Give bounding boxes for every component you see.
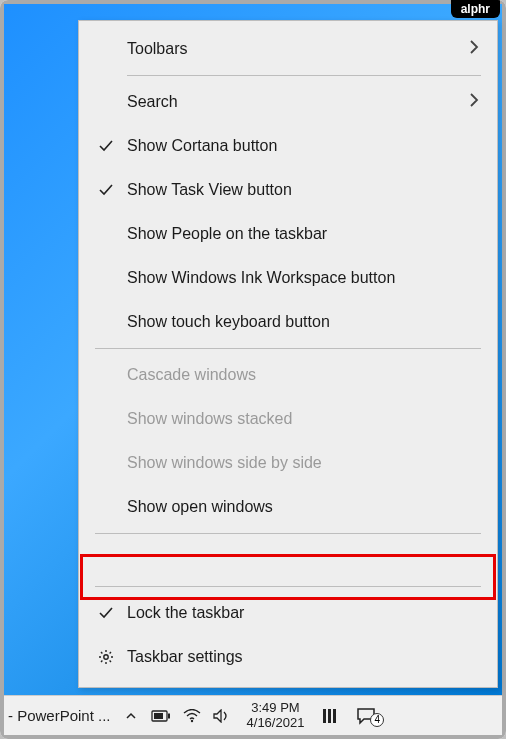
svg-point-4 bbox=[190, 719, 192, 721]
menu-item-lock-taskbar[interactable]: Lock the taskbar bbox=[79, 591, 497, 635]
svg-rect-2 bbox=[168, 713, 170, 718]
screenshot-frame: alphr Toolbars Search Show Cortana butto… bbox=[0, 0, 506, 739]
action-center-icon[interactable]: 4 bbox=[346, 707, 386, 725]
menu-label: Toolbars bbox=[121, 40, 469, 58]
menu-label: Show open windows bbox=[121, 498, 479, 516]
svg-rect-6 bbox=[328, 709, 331, 723]
menu-label: Show windows side by side bbox=[121, 454, 479, 472]
taskbar-clock[interactable]: 3:49 PM 4/16/2021 bbox=[239, 701, 313, 731]
svg-rect-3 bbox=[154, 713, 163, 719]
menu-item-toolbars[interactable]: Toolbars bbox=[79, 27, 497, 71]
taskbar-app-powerpoint[interactable]: - PowerPoint ... bbox=[4, 696, 115, 735]
menu-label: Show windows stacked bbox=[121, 410, 479, 428]
separator bbox=[95, 586, 481, 587]
clock-time: 3:49 PM bbox=[247, 701, 305, 716]
gear-icon bbox=[91, 649, 121, 665]
notification-count-badge: 4 bbox=[370, 713, 384, 727]
menu-item-show-open-windows[interactable]: Show open windows bbox=[79, 485, 497, 529]
chevron-right-icon bbox=[469, 92, 479, 112]
svg-rect-7 bbox=[333, 709, 336, 723]
svg-point-0 bbox=[104, 655, 108, 659]
menu-item-show-cortana[interactable]: Show Cortana button bbox=[79, 124, 497, 168]
menu-label: Show Windows Ink Workspace button bbox=[121, 269, 479, 287]
menu-item-show-touch-keyboard[interactable]: Show touch keyboard button bbox=[79, 300, 497, 344]
menu-item-show-people[interactable]: Show People on the taskbar bbox=[79, 212, 497, 256]
menu-label: Show touch keyboard button bbox=[121, 313, 479, 331]
separator bbox=[127, 75, 481, 76]
menu-item-taskbar-settings[interactable]: Taskbar settings bbox=[79, 635, 497, 679]
menu-label: Show Task View button bbox=[121, 181, 479, 199]
checkmark-icon bbox=[91, 605, 121, 621]
wifi-icon[interactable] bbox=[183, 709, 201, 723]
alphr-badge: alphr bbox=[451, 0, 500, 18]
clock-date: 4/16/2021 bbox=[247, 716, 305, 731]
menu-label: Taskbar settings bbox=[121, 648, 479, 666]
menu-item-stacked: Show windows stacked bbox=[79, 397, 497, 441]
taskbar-context-menu: Toolbars Search Show Cortana button Show… bbox=[78, 20, 498, 688]
tray-show-hidden-icon[interactable] bbox=[119, 710, 143, 722]
taskbar[interactable]: - PowerPoint ... 3:49 PM 4/16/2021 4 bbox=[4, 695, 502, 735]
separator bbox=[95, 533, 481, 534]
volume-icon[interactable] bbox=[213, 709, 231, 723]
menu-item-search[interactable]: Search bbox=[79, 80, 497, 124]
checkmark-icon bbox=[91, 138, 121, 154]
menu-item-show-taskview[interactable]: Show Task View button bbox=[79, 168, 497, 212]
app-icon[interactable] bbox=[312, 707, 346, 725]
menu-label: Cascade windows bbox=[121, 366, 479, 384]
separator bbox=[95, 348, 481, 349]
menu-label: Show Cortana button bbox=[121, 137, 479, 155]
system-tray bbox=[143, 709, 239, 723]
menu-label: Show People on the taskbar bbox=[121, 225, 479, 243]
menu-item-show-ink[interactable]: Show Windows Ink Workspace button bbox=[79, 256, 497, 300]
battery-icon[interactable] bbox=[151, 710, 171, 722]
menu-item-cascade: Cascade windows bbox=[79, 353, 497, 397]
menu-label: Search bbox=[121, 93, 469, 111]
checkmark-icon bbox=[91, 182, 121, 198]
svg-rect-5 bbox=[323, 709, 326, 723]
chevron-right-icon bbox=[469, 39, 479, 59]
menu-item-side-by-side: Show windows side by side bbox=[79, 441, 497, 485]
menu-label: Lock the taskbar bbox=[121, 604, 479, 622]
